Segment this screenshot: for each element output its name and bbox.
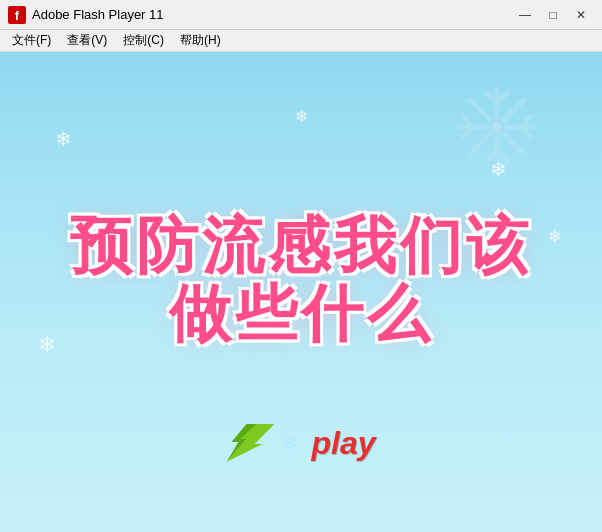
menu-view[interactable]: 查看(V) bbox=[59, 30, 115, 51]
svg-marker-15 bbox=[226, 424, 274, 462]
large-snowflake bbox=[452, 82, 542, 172]
title-line-2: 做些什么 bbox=[40, 280, 562, 348]
snowflake-2: ❄ bbox=[295, 107, 308, 126]
close-button[interactable]: ✕ bbox=[568, 5, 594, 25]
flash-icon: f bbox=[8, 6, 26, 24]
flash-content-area: ❄ ❄ ❄ ❄ ❄ 预防流感我们 bbox=[0, 52, 602, 532]
menu-bar: 文件(F) 查看(V) 控制(C) 帮助(H) bbox=[0, 30, 602, 52]
play-icon bbox=[226, 424, 274, 462]
title-buttons: — □ ✕ bbox=[512, 5, 594, 25]
play-button-area[interactable]: ❄ play bbox=[226, 424, 375, 462]
snowflake-1: ❄ bbox=[55, 127, 72, 151]
menu-help[interactable]: 帮助(H) bbox=[172, 30, 229, 51]
play-text[interactable]: play bbox=[311, 425, 375, 462]
main-title-container: 预防流感我们该 做些什么 bbox=[40, 212, 562, 348]
menu-file[interactable]: 文件(F) bbox=[4, 30, 59, 51]
title-left: f Adobe Flash Player 11 bbox=[8, 6, 164, 24]
title-line-1: 预防流感我们该 bbox=[40, 212, 562, 280]
menu-control[interactable]: 控制(C) bbox=[115, 30, 172, 51]
svg-point-14 bbox=[491, 121, 503, 133]
svg-text:f: f bbox=[15, 8, 20, 23]
app-title: Adobe Flash Player 11 bbox=[32, 7, 164, 22]
play-snowflake: ❄ bbox=[282, 431, 299, 455]
maximize-button[interactable]: □ bbox=[540, 5, 566, 25]
minimize-button[interactable]: — bbox=[512, 5, 538, 25]
title-bar: f Adobe Flash Player 11 — □ ✕ bbox=[0, 0, 602, 30]
